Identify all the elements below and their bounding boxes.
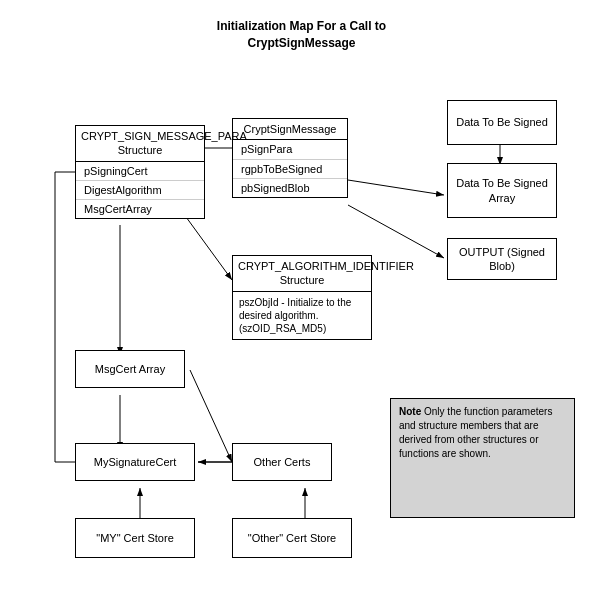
data-to-be-signed-label: Data To Be Signed	[456, 115, 548, 129]
psigning-cert-row: pSigningCert	[76, 162, 204, 181]
crypt-alg-id-header: CRYPT_ALGORITHM_IDENTIFIER Structure	[233, 256, 371, 292]
other-certs-box: Other Certs	[232, 443, 332, 481]
crypt-sign-para-box: CRYPT_SIGN_MESSAGE_PARA Structure pSigni…	[75, 125, 205, 219]
digest-alg-row: DigestAlgorithm	[76, 181, 204, 200]
crypt-sign-message-box: CryptSignMessage pSignPara rgpbToBeSigne…	[232, 118, 348, 198]
output-label: OUTPUT (Signed Blob)	[453, 245, 551, 274]
data-to-be-signed-box: Data To Be Signed	[447, 100, 557, 145]
rgpb-row: rgpbToBeSigned	[233, 160, 347, 179]
pbsigned-row: pbSignedBlob	[233, 179, 347, 197]
msg-cert-array-box: MsgCert Array	[75, 350, 185, 388]
msg-cert-array-row: MsgCertArray	[76, 200, 204, 218]
other-cert-store-box: "Other" Cert Store	[232, 518, 352, 558]
crypt-sign-para-header: CRYPT_SIGN_MESSAGE_PARA Structure	[76, 126, 204, 162]
svg-line-16	[190, 370, 232, 462]
my-signature-cert-label: MySignatureCert	[94, 455, 177, 469]
my-cert-store-box: "MY" Cert Store	[75, 518, 195, 558]
note-box: Note Only the function parameters and st…	[390, 398, 575, 518]
crypt-alg-id-box: CRYPT_ALGORITHM_IDENTIFIER Structure psz…	[232, 255, 372, 340]
psign-para-row: pSignPara	[233, 140, 347, 159]
other-certs-label: Other Certs	[254, 455, 311, 469]
svg-line-5	[348, 205, 444, 258]
my-signature-cert-box: MySignatureCert	[75, 443, 195, 481]
page-title: Initialization Map For a Call to CryptSi…	[0, 8, 603, 52]
other-cert-store-label: "Other" Cert Store	[248, 531, 337, 545]
msg-cert-array-label: MsgCert Array	[95, 362, 165, 376]
note-label: Note	[399, 406, 421, 417]
diagram-container: Initialization Map For a Call to CryptSi…	[0, 0, 603, 592]
output-box: OUTPUT (Signed Blob)	[447, 238, 557, 280]
svg-line-3	[348, 180, 444, 195]
crypt-alg-id-body: pszObjId - Initialize to the desired alg…	[233, 292, 371, 339]
data-to-be-signed-array-box: Data To Be Signed Array	[447, 163, 557, 218]
note-text: Only the function parameters and structu…	[399, 406, 552, 459]
my-cert-store-label: "MY" Cert Store	[96, 531, 174, 545]
data-to-be-signed-array-label: Data To Be Signed Array	[453, 176, 551, 205]
crypt-sign-message-header: CryptSignMessage	[233, 119, 347, 140]
